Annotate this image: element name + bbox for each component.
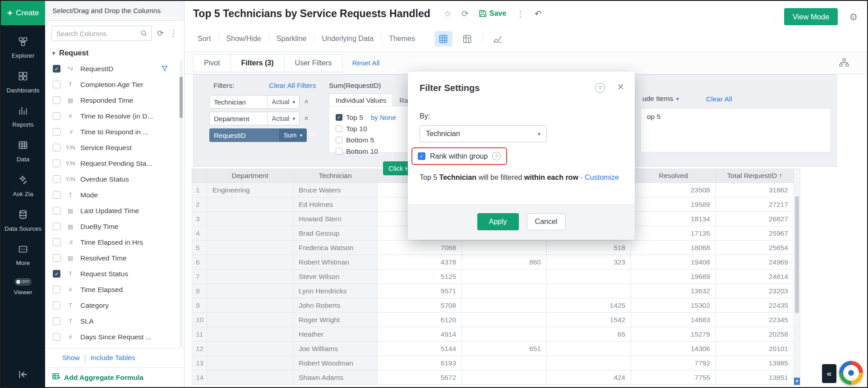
save-button[interactable]: Save [479,9,506,18]
column-checkbox[interactable] [53,160,60,167]
toolbar-button[interactable]: Themes [381,35,423,43]
tab-user-filters[interactable]: User Filters [284,54,343,72]
column-item[interactable]: ▤ Resolved Time [45,250,184,266]
column-item[interactable]: Y/N Service Request [45,140,184,155]
column-item[interactable]: ▤ Last Updated Time [45,203,184,219]
toolbar-button[interactable]: Show/Hide [218,35,268,43]
column-checkbox[interactable] [53,223,60,230]
reset-all-link[interactable]: Reset All [352,59,379,67]
column-checkbox[interactable] [53,238,60,246]
zoho-logo[interactable] [839,361,863,385]
close-icon[interactable]: × [617,80,624,93]
by-field-select[interactable]: Technician ▾ [420,125,547,142]
column-header[interactable]: Department [207,169,293,183]
column-checkbox[interactable] [53,175,60,183]
column-header[interactable]: Resolved [631,169,716,183]
table-scrollbar[interactable]: ▼ [794,169,800,385]
collapse-panel-button[interactable]: « [822,364,836,383]
option-checkbox[interactable] [336,148,342,155]
rank-within-group-checkbox[interactable] [418,152,425,160]
aggregate-dropdown[interactable]: Sum ▾ [279,129,306,142]
column-checkbox[interactable] [53,128,60,136]
hierarchy-icon[interactable] [839,58,849,69]
column-header[interactable]: Technician [293,169,378,183]
sidebar-item-data[interactable]: Data [1,140,45,164]
filter-chip[interactable]: RequestID Sum ▾ × [209,128,315,142]
chart-view-icon[interactable] [489,31,507,46]
section-request[interactable]: ▾ Request [45,45,184,59]
customize-link[interactable]: - Customize [580,173,619,181]
tab-individual-values[interactable]: Individual Values [329,94,393,106]
sidebar-item-explorer[interactable]: Explorer [1,36,45,60]
favorite-star-icon[interactable]: ☆ [444,9,452,19]
column-checkbox[interactable] [53,81,60,88]
remove-filter-icon[interactable]: × [310,131,315,140]
scrollbar-thumb[interactable] [795,196,799,313]
help-icon[interactable]: ? [595,83,605,93]
column-checkbox[interactable] [53,333,60,341]
column-item[interactable]: # Days Since Request ... [45,329,184,345]
option-checkbox[interactable] [336,137,342,143]
column-checkbox[interactable] [53,207,60,215]
aggregate-dropdown[interactable]: Actual ▾ [268,112,299,125]
column-item[interactable]: *# RequestID [45,61,184,77]
cancel-button[interactable]: Cancel [527,213,566,230]
toolbar-button[interactable]: Sort [190,35,218,43]
show-link[interactable]: Show [62,354,80,362]
scrollbar-thumb[interactable] [180,77,183,118]
column-checkbox[interactable] [53,254,60,262]
viewer-toggle[interactable]: OFF [14,278,32,286]
column-checkbox[interactable] [53,301,60,309]
refresh-report-icon[interactable]: ⟳ [462,9,469,19]
summary-view-icon[interactable] [458,31,476,46]
column-checkbox[interactable] [53,270,60,278]
column-item[interactable]: T Category [45,297,184,313]
clear-all-link[interactable]: Clear All [706,95,732,103]
sidebar-item-dashboards[interactable]: Dashboards [1,71,45,95]
column-item[interactable]: # Time to Resolve (in D... [45,108,184,124]
column-item[interactable]: .# Time Elapsed in Hrs [45,234,184,250]
sidebar-item-data-sources[interactable]: Data Sources [1,209,45,233]
toolbar-button[interactable]: Underlying Data [314,35,381,43]
sidebar-item-reports[interactable]: Reports [1,105,45,129]
option-checkbox[interactable] [336,114,342,121]
column-checkbox[interactable] [53,144,60,151]
column-checkbox[interactable] [53,96,60,104]
column-checkbox[interactable] [53,317,60,325]
tab-filters[interactable]: Filters (3) [231,54,285,72]
collapse-sidebar-icon[interactable] [18,369,28,382]
clear-all-filters-link[interactable]: Clear All Filters [269,82,316,90]
column-item[interactable]: ▤ Responded Time [45,92,184,108]
filter-chip[interactable]: Technician Actual ▾ × [209,95,315,109]
by-none-link[interactable]: by None [371,114,396,121]
aggregate-dropdown[interactable]: Actual ▾ [268,96,299,108]
column-item[interactable]: T Completion Age Tier [45,77,184,92]
columns-scrollbar[interactable] [180,60,183,347]
column-item[interactable]: # Time Elapsed [45,282,184,297]
columns-menu-icon[interactable]: ⋮ [169,28,177,38]
search-columns-input[interactable] [51,26,152,41]
column-header[interactable] [192,169,207,183]
column-item[interactable]: Y/N Request Pending Sta... [45,155,184,171]
column-item[interactable]: T Mode [45,187,184,203]
column-checkbox[interactable] [53,112,60,120]
column-checkbox[interactable] [53,65,60,73]
include-items-dropdown[interactable]: ude Items ▾ [642,95,679,103]
create-button[interactable]: + Create [1,1,45,25]
pivot-view-icon[interactable] [434,31,452,46]
toolbar-button[interactable]: Sparkline [269,35,314,43]
option-checkbox[interactable] [336,125,342,132]
sidebar-item-viewer[interactable]: OFF Viewer [1,278,45,297]
column-item[interactable]: Y/N Overdue Status [45,171,184,187]
column-item[interactable]: T SLA [45,313,184,329]
settings-gear-icon[interactable]: ⚙ [849,12,858,23]
add-aggregate-formula-button[interactable]: Add Aggregate Formula [45,367,184,387]
column-checkbox[interactable] [53,286,60,293]
filter-funnel-icon[interactable] [162,66,168,72]
include-tables-link[interactable]: Include Tables [91,354,135,362]
tab-pivot[interactable]: Pivot [193,54,231,72]
more-options-icon[interactable]: ⋮ [516,9,525,19]
refresh-columns-icon[interactable]: ⟳ [157,28,164,38]
view-mode-button[interactable]: View Mode [784,8,838,25]
filter-chip[interactable]: Department Actual ▾ × [209,112,315,125]
